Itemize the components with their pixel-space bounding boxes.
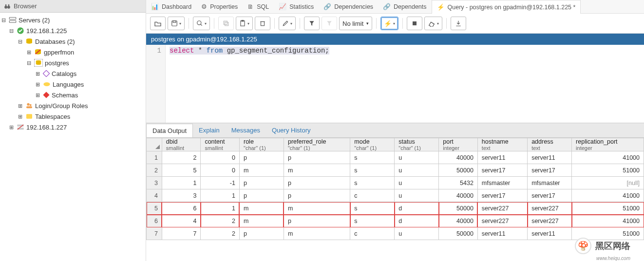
row-number[interactable]: 1 (147, 151, 162, 164)
cell[interactable]: 5432 (439, 177, 478, 189)
row-number[interactable]: 5 (147, 202, 162, 215)
data-output-grid[interactable]: dbidsmallintcontentsmallintrole"char" (1… (146, 137, 644, 261)
tree-schemas[interactable]: ⊞ Schemas (0, 90, 146, 100)
tree-databases[interactable]: ⊟ Databases (2) (0, 36, 146, 47)
cell[interactable]: server11 (528, 227, 572, 240)
row-number[interactable]: 3 (147, 177, 162, 189)
cell[interactable]: s (350, 177, 395, 189)
expand-icon[interactable]: ⊞ (17, 103, 23, 109)
column-header-port[interactable]: portinteger (439, 138, 478, 151)
cell[interactable]: p (239, 151, 284, 164)
cell[interactable]: 2 (201, 227, 240, 240)
column-header-mode[interactable]: mode"char" (1) (350, 138, 395, 151)
cell[interactable]: 40000 (439, 215, 478, 227)
cell[interactable]: p (239, 177, 284, 189)
tab-dependencies[interactable]: 🔗Dependencies (319, 0, 378, 13)
cell[interactable]: u (395, 189, 439, 202)
cell[interactable]: server227 (528, 202, 572, 215)
tab-properties[interactable]: ⚙Properties (196, 0, 243, 13)
collapse-icon[interactable]: ⊟ (0, 17, 7, 23)
filter-remove-button[interactable] (322, 17, 337, 30)
table-row[interactable]: 250mmsu50000server17server1751000 (147, 164, 644, 177)
cell[interactable]: server227 (477, 202, 527, 215)
tree-roles[interactable]: ⊞ Login/Group Roles (0, 100, 146, 111)
tab-sql[interactable]: 🗎SQL (243, 0, 274, 13)
delete-button[interactable] (255, 17, 270, 30)
cell[interactable]: m (239, 164, 284, 177)
cell[interactable]: 0 (201, 151, 240, 164)
execute-button[interactable]: ⚡▾ (380, 17, 398, 30)
cell[interactable]: p (284, 189, 350, 202)
column-header-replication_port[interactable]: replication_portinteger (572, 138, 644, 151)
tree-languages[interactable]: ⊞ Languages (0, 79, 146, 90)
table-row[interactable]: 561mmsd50000server227server22751000 (147, 202, 644, 215)
row-number[interactable]: 4 (147, 189, 162, 202)
collapse-icon[interactable]: ⊟ (25, 60, 32, 66)
column-header-hostname[interactable]: hostnametext (477, 138, 527, 151)
editor-code[interactable]: select * from gp_segment_configuration; (166, 45, 644, 123)
cell[interactable]: m (284, 202, 350, 215)
column-header-status[interactable]: status"char" (1) (395, 138, 439, 151)
tree-catalogs[interactable]: ⊞ Catalogs (0, 68, 146, 79)
cell[interactable]: 40000 (439, 189, 478, 202)
cell[interactable]: s (350, 202, 395, 215)
cell[interactable]: 50000 (439, 164, 478, 177)
cell[interactable]: server227 (528, 215, 572, 227)
cell[interactable]: 50000 (439, 227, 478, 240)
cell[interactable]: 50000 (439, 202, 478, 215)
column-header-dbid[interactable]: dbidsmallint (162, 138, 201, 151)
cell[interactable]: server11 (477, 227, 527, 240)
tab-dependents[interactable]: 🔗Dependents (378, 0, 431, 13)
cell[interactable]: 3 (162, 189, 201, 202)
cell[interactable]: m (284, 164, 350, 177)
cell[interactable]: 40000 (439, 151, 478, 164)
cell[interactable]: 51000 (572, 164, 644, 177)
cell[interactable]: 1 (201, 189, 240, 202)
expand-icon[interactable]: ⊞ (34, 71, 41, 77)
cell[interactable]: s (350, 215, 395, 227)
find-button[interactable]: ▾ (193, 17, 210, 30)
table-row[interactable]: 120ppsu40000server11server1141000 (147, 151, 644, 164)
cell[interactable]: mfsmaster (528, 177, 572, 189)
table-row[interactable]: 642mpsd40000server227server22741000 (147, 215, 644, 227)
cell[interactable]: c (350, 189, 395, 202)
cell[interactable]: s (350, 151, 395, 164)
cell[interactable]: c (350, 227, 395, 240)
row-number[interactable]: 7 (147, 227, 162, 240)
tab-dashboard[interactable]: 📊Dashboard (146, 0, 196, 13)
copy-button[interactable] (218, 17, 234, 30)
column-header-content[interactable]: contentsmallint (201, 138, 240, 151)
cell[interactable]: 4 (162, 215, 201, 227)
table-row[interactable]: 431ppcu40000server17server1741000 (147, 189, 644, 202)
tree-db-postgres[interactable]: ⊟ postgres (0, 57, 146, 68)
cell[interactable]: 2 (162, 151, 201, 164)
cell[interactable]: 41000 (572, 215, 644, 227)
cell[interactable]: u (395, 164, 439, 177)
cell[interactable]: 41000 (572, 189, 644, 202)
tab-statistics[interactable]: 📈Statistics (274, 0, 319, 13)
stop-button[interactable] (407, 17, 422, 30)
cell[interactable]: 6 (162, 202, 201, 215)
cell[interactable]: m (239, 215, 284, 227)
cell[interactable]: p (239, 189, 284, 202)
tree-server-1[interactable]: ⊟ 192.168.1.225 (0, 25, 146, 36)
cell[interactable]: 1 (201, 202, 240, 215)
expand-icon[interactable]: ⊞ (8, 124, 15, 130)
table-row[interactable]: 772pmcu50000server11server1151000 (147, 227, 644, 240)
column-header-role[interactable]: role"char" (1) (239, 138, 284, 151)
open-file-button[interactable] (150, 17, 166, 30)
cell[interactable]: server11 (528, 151, 572, 164)
cell[interactable]: p (284, 215, 350, 227)
cell[interactable]: 7 (162, 227, 201, 240)
expand-icon[interactable]: ⊞ (25, 49, 32, 56)
cell[interactable]: [null] (572, 177, 644, 189)
cell[interactable]: 41000 (572, 151, 644, 164)
cell[interactable]: mfsmaster (477, 177, 527, 189)
cell[interactable]: d (395, 215, 439, 227)
rtab-history[interactable]: Query History (266, 123, 316, 137)
clear-button[interactable]: ▾ (424, 17, 442, 30)
tab-query[interactable]: ⚡Query - postgres on gpadmin@192.168.1.2… (432, 0, 581, 14)
rtab-data-output[interactable]: Data Output (146, 124, 193, 138)
expand-icon[interactable]: ⊞ (34, 81, 41, 88)
cell[interactable]: u (395, 177, 439, 189)
